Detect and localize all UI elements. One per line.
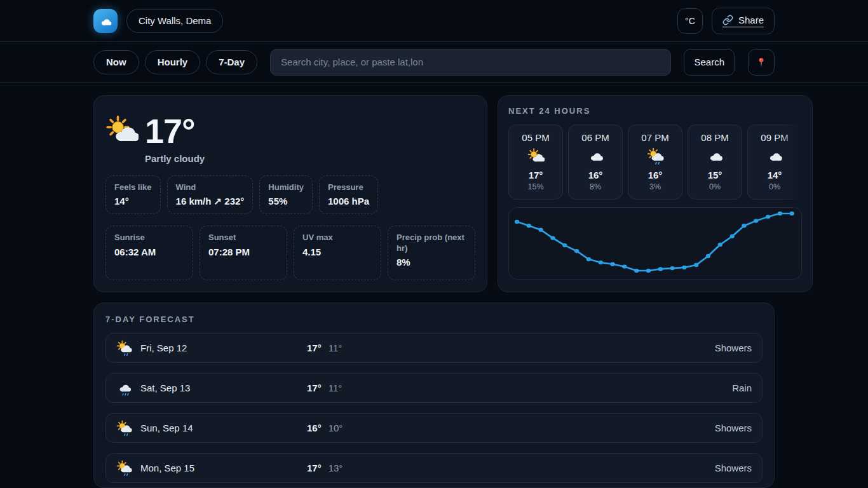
tab-now[interactable]: Now <box>93 50 139 74</box>
forecast-low: 13° <box>329 463 343 473</box>
stat-value: 06:32 AM <box>114 247 184 257</box>
unit-toggle-button[interactable]: °C <box>677 8 703 34</box>
hour-cell: 09 PM 14° 0% <box>747 125 802 200</box>
forecast-row: Mon, Sep 15 17° 13° Showers <box>105 453 763 483</box>
forecast-day: Fri, Sep 12 <box>140 342 187 353</box>
stat-wind: Wind16 km/h ↗ 232° <box>167 175 254 214</box>
hour-time: 07 PM <box>631 132 679 143</box>
hour-time: 05 PM <box>512 132 560 143</box>
forecast-day: Sun, Sep 14 <box>140 423 193 433</box>
share-button[interactable]: Share <box>712 8 775 34</box>
forecast-condition: Showers <box>715 342 752 353</box>
stat-value: 14° <box>114 196 152 207</box>
hour-time: 06 PM <box>571 132 620 143</box>
forecast-row: Fri, Sep 12 17° 11° Showers <box>105 333 763 363</box>
app-header: City Walls, Dema °C Share <box>0 0 868 42</box>
hourly-strip: 05 PM 17° 15%06 PM 16° 8%07 PM 16° 3%08 … <box>508 125 802 200</box>
forecast-low: 11° <box>329 342 342 353</box>
sun-rain-icon <box>116 460 132 476</box>
hour-time: 08 PM <box>691 132 739 143</box>
stat-label: Sunset <box>208 233 278 243</box>
stat-label: Precip prob (next hr) <box>397 233 466 254</box>
stat-label: Pressure <box>328 182 369 193</box>
forecast-high: 16° <box>307 423 322 433</box>
current-condition: Partly cloudy <box>145 153 475 164</box>
hour-temp: 16° <box>631 170 679 180</box>
forecast-low: 10° <box>329 423 343 433</box>
sun-rain-icon <box>116 340 132 356</box>
stat-value: 16 km/h ↗ 232° <box>176 196 245 207</box>
stat-label: Sunrise <box>114 233 184 243</box>
forecast-high: 17° <box>307 342 322 353</box>
stat-uv-max: UV max4.15 <box>294 226 381 280</box>
hour-temp: 17° <box>512 170 560 180</box>
next-24-hours-title: NEXT 24 HOURS <box>508 106 802 116</box>
temperature-chart <box>508 207 802 280</box>
hour-precip: 15% <box>512 182 560 191</box>
stat-value: 8% <box>397 257 466 268</box>
hour-cell: 07 PM 16° 3% <box>628 125 682 200</box>
stat-label: Humidity <box>268 182 304 193</box>
stat-precip-prob-next-hr: Precip prob (next hr)8% <box>388 226 475 280</box>
geolocate-button[interactable] <box>748 49 775 76</box>
stat-label: Feels like <box>114 182 152 193</box>
forecast-low: 11° <box>329 383 342 393</box>
share-button-label: Share <box>738 15 764 25</box>
stat-pressure: Pressure1006 hPa <box>319 175 378 214</box>
hour-precip: 0% <box>750 182 799 191</box>
hour-cell: 08 PM 15° 0% <box>688 125 742 200</box>
cloud-icon <box>571 147 620 167</box>
next-24-hours-card: NEXT 24 HOURS 05 PM 17° 15%06 PM 16° 8%0… <box>498 95 813 292</box>
location-button[interactable]: City Walls, Dema <box>126 9 223 33</box>
search-input[interactable] <box>270 49 671 76</box>
app-logo <box>93 9 118 33</box>
cloud-icon <box>691 147 739 167</box>
forecast-row: Sat, Sep 13 17° 11° Rain <box>105 373 763 403</box>
forecast-row: Sun, Sep 14 16° 10° Showers <box>105 413 763 443</box>
stat-value: 07:28 PM <box>208 247 278 257</box>
stat-sunset: Sunset07:28 PM <box>200 226 287 280</box>
current-stats-row-2: Sunrise06:32 AMSunset07:28 PMUV max4.15P… <box>105 226 475 280</box>
sun-rain-icon <box>631 147 679 167</box>
tab-7day[interactable]: 7-Day <box>206 50 257 74</box>
forecast-high: 17° <box>307 383 322 393</box>
hour-time: 09 PM <box>750 132 799 143</box>
cloud-icon <box>98 14 112 28</box>
current-temperature: 17° <box>145 114 195 148</box>
tab-hourly[interactable]: Hourly <box>145 50 201 74</box>
stat-value: 4.15 <box>302 247 372 257</box>
stat-value: 55% <box>268 196 304 207</box>
search-button[interactable]: Search <box>684 49 735 76</box>
current-stats-row-1: Feels like14°Wind16 km/h ↗ 232°Humidity5… <box>105 175 475 214</box>
stat-humidity: Humidity55% <box>259 175 313 214</box>
forecast-condition: Showers <box>715 463 752 473</box>
rain-icon <box>116 380 132 396</box>
link-icon <box>722 15 733 25</box>
forecast-day: Mon, Sep 15 <box>140 463 194 473</box>
hour-cell: 06 PM 16° 8% <box>568 125 623 200</box>
current-conditions-card: 17° Partly cloudy Feels like14°Wind16 km… <box>93 95 487 292</box>
forecast-day: Sat, Sep 13 <box>140 383 190 393</box>
main-content: 17° Partly cloudy Feels like14°Wind16 km… <box>93 95 775 488</box>
hour-precip: 0% <box>691 182 739 191</box>
hour-temp: 15° <box>691 170 739 180</box>
seven-day-forecast-card: 7-DAY FORECAST Fri, Sep 12 17° 11° Showe… <box>93 302 775 488</box>
stat-sunrise: Sunrise06:32 AM <box>105 226 193 280</box>
sun-rain-icon <box>116 420 132 436</box>
seven-day-forecast-title: 7-DAY FORECAST <box>105 315 763 324</box>
hour-cell: 05 PM 17° 15% <box>508 125 563 200</box>
stat-label: Wind <box>176 182 245 193</box>
hour-temp: 14° <box>750 170 799 180</box>
forecast-high: 17° <box>307 463 322 473</box>
main-nav: Now Hourly 7-Day Search <box>0 42 868 83</box>
partly-cloudy-icon <box>105 114 139 147</box>
forecast-condition: Showers <box>715 423 752 433</box>
hour-temp: 16° <box>571 170 620 180</box>
pushpin-icon <box>755 56 768 69</box>
sun-cloud-icon <box>512 147 560 167</box>
stat-feels-like: Feels like14° <box>105 175 161 214</box>
stat-value: 1006 hPa <box>328 196 369 207</box>
forecast-condition: Rain <box>732 383 752 393</box>
stat-label: UV max <box>302 233 372 243</box>
cloud-icon <box>750 147 799 167</box>
